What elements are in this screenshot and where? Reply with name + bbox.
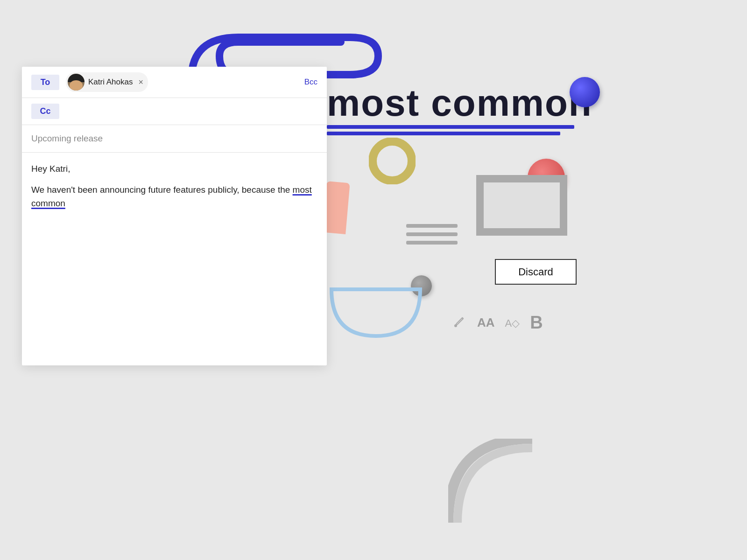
body-paragraph: We haven't been announcing future featur… (31, 183, 317, 210)
subject-input[interactable]: Upcoming release (31, 133, 103, 143)
svg-point-1 (454, 324, 457, 327)
blue-marble-decoration (570, 77, 600, 107)
gray-line-1 (406, 224, 458, 228)
paint-icon[interactable] (453, 314, 467, 331)
gray-line-2 (406, 232, 458, 236)
to-row: To Katri Ahokas × Bcc (22, 67, 327, 98)
big-text-underline-2 (327, 132, 560, 135)
bcc-link[interactable]: Bcc (304, 77, 317, 87)
avatar-skin (70, 80, 83, 91)
font-size-diamond-icon[interactable]: A◇ (505, 316, 520, 329)
gray-line-3 (406, 241, 458, 245)
recipient-name: Katri Ahokas (88, 77, 133, 87)
gray-lines-decoration (406, 224, 458, 249)
tan-ring-decoration (369, 138, 416, 184)
email-compose-panel: To Katri Ahokas × Bcc Cc Upcoming releas… (22, 67, 327, 365)
to-label: To (31, 75, 59, 90)
subject-row[interactable]: Upcoming release (22, 125, 327, 153)
cc-label: Cc (31, 104, 59, 119)
remove-recipient-button[interactable]: × (138, 77, 143, 87)
email-body[interactable]: Hey Katri, We haven't been announcing fu… (22, 153, 327, 339)
discard-button[interactable]: Discard (495, 259, 577, 285)
big-text-decoration: most common (327, 82, 592, 125)
font-size-aa-icon[interactable]: AA (477, 315, 495, 330)
gray-frame-decoration (476, 175, 567, 236)
toolbar-icons: AA A◇ B (453, 313, 543, 333)
quarter-circle-decoration (448, 439, 532, 523)
bold-icon[interactable]: B (530, 313, 543, 333)
body-text-plain: We haven't been announcing future featur… (31, 185, 290, 195)
cc-row: Cc (22, 98, 327, 125)
avatar (68, 74, 85, 91)
recipient-chip[interactable]: Katri Ahokas × (66, 72, 148, 92)
blue-bowl-decoration (327, 275, 425, 341)
big-text-underline-1 (327, 125, 574, 129)
svg-point-0 (373, 141, 412, 181)
body-greeting: Hey Katri, (31, 164, 317, 174)
